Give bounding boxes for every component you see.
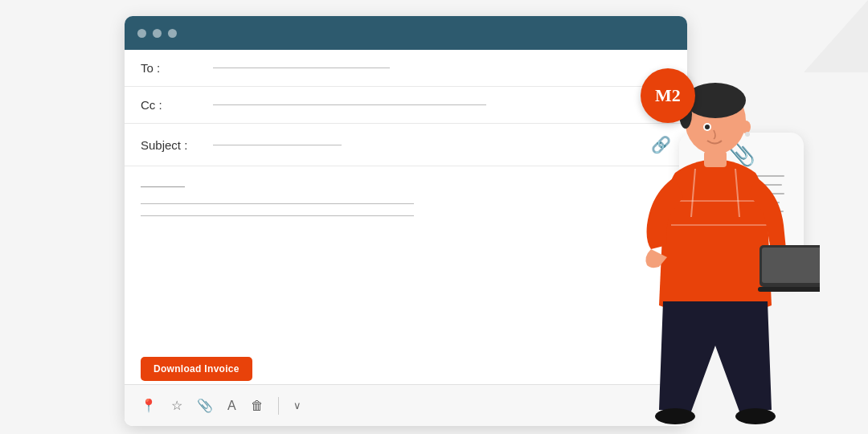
svg-rect-6	[762, 248, 820, 283]
magento-badge: M2	[641, 68, 695, 123]
svg-point-9	[735, 408, 776, 424]
svg-point-8	[655, 408, 695, 424]
magento-logo: M2	[655, 85, 681, 106]
toolbar-divider	[278, 397, 279, 415]
svg-point-4	[745, 132, 750, 137]
download-invoice-button[interactable]: Download Invoice	[141, 357, 252, 381]
person-illustration	[611, 56, 820, 434]
cc-input-line[interactable]	[213, 104, 486, 105]
star-icon[interactable]: ☆	[171, 398, 182, 413]
to-input-line[interactable]	[213, 68, 390, 68]
trash-icon[interactable]: 🗑	[251, 399, 264, 413]
subject-field-row: Subject : 🔗	[125, 124, 687, 166]
email-content-area[interactable]	[125, 166, 687, 384]
chevron-down-icon[interactable]: ∨	[293, 399, 301, 411]
paperclip-toolbar-icon[interactable]: 📎	[197, 398, 213, 413]
subject-label: Subject :	[141, 138, 205, 152]
svg-point-12	[705, 125, 710, 129]
to-label: To :	[141, 61, 205, 75]
window-dot-3	[168, 29, 177, 38]
window-dot-2	[153, 29, 162, 38]
svg-point-3	[741, 121, 751, 133]
email-body: To : Cc : Subject : 🔗 Download Invoice 📍…	[125, 50, 687, 426]
email-window: To : Cc : Subject : 🔗 Download Invoice 📍…	[125, 16, 687, 426]
svg-rect-7	[758, 287, 820, 292]
window-titlebar	[125, 16, 687, 50]
svg-rect-10	[704, 151, 727, 167]
to-field-row: To :	[125, 50, 687, 87]
location-icon[interactable]: 📍	[141, 398, 157, 413]
cc-field-row: Cc :	[125, 87, 687, 124]
font-icon[interactable]: A	[227, 399, 236, 413]
cc-label: Cc :	[141, 98, 205, 112]
email-toolbar: 📍 ☆ 📎 A 🗑 ∨	[125, 384, 687, 426]
window-dot-1	[137, 29, 146, 38]
content-line-1	[141, 203, 414, 204]
content-line-short	[141, 186, 185, 187]
subject-input-line[interactable]	[213, 145, 342, 145]
content-line-2	[141, 215, 414, 216]
